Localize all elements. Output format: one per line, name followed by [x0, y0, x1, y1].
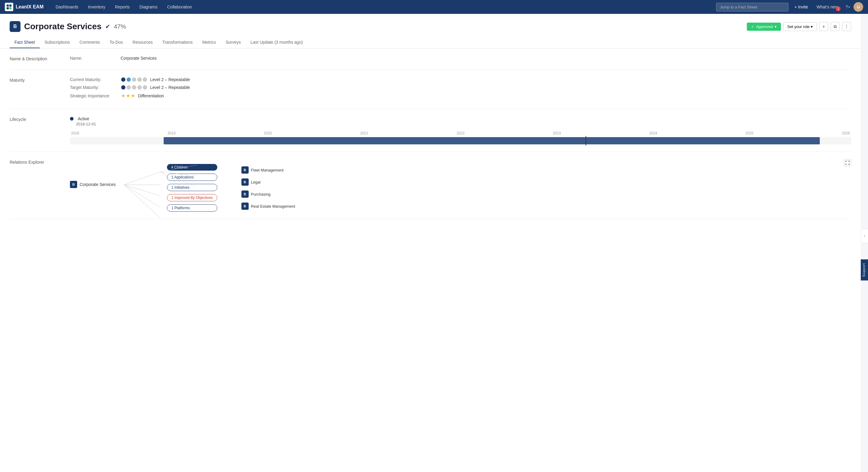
tab-last-update[interactable]: Last Update (3 months ago) [246, 37, 308, 48]
applications-pill[interactable]: 1 Applications [167, 174, 217, 181]
search-input[interactable] [716, 3, 788, 11]
tab-subscriptions[interactable]: Subscriptions [40, 37, 75, 48]
whats-new-button[interactable]: What's new 1 [813, 4, 842, 9]
verified-icon: ✔ [105, 23, 110, 30]
legal-label[interactable]: Legal [251, 180, 261, 185]
real-estate-type-icon: B [241, 202, 249, 210]
tdot-2 [127, 85, 131, 90]
nav-inventory[interactable]: Inventory [83, 0, 110, 14]
nav-reports[interactable]: Reports [110, 0, 135, 14]
dot-2 [127, 77, 131, 82]
name-value: Corporate Services [121, 56, 157, 61]
svg-line-10 [124, 185, 160, 196]
section-label-name: Name & Description [10, 56, 70, 62]
lifecycle-dot-icon [70, 117, 73, 121]
platforms-pill[interactable]: 1 Platforms [167, 204, 217, 212]
app-logo[interactable]: LeanIX EAM [5, 3, 43, 11]
chevron-left-icon: ‹ [864, 234, 865, 238]
improved-by-objectives-pill[interactable]: 1 Improved By Objectives [167, 194, 217, 201]
year-2021: 2021 [360, 131, 368, 135]
svg-line-12 [124, 185, 160, 218]
fact-sheet-actions: ✓ Approved ▾ Set your role ▾ + ⧉ ⋮ [747, 22, 851, 31]
source-label: Corporate Services [80, 182, 116, 187]
strategic-value: Differentiation [138, 93, 164, 98]
lifecycle-status-row: Active [70, 116, 851, 121]
target-maturity-row: Target Maturity: Level 2 – Repeatable [70, 85, 851, 90]
year-2020: 2020 [264, 131, 272, 135]
nav-dashboards[interactable]: Dashboards [51, 0, 83, 14]
fleet-label[interactable]: Fleet Management [251, 168, 284, 172]
nav-diagrams[interactable]: Diagrams [135, 0, 162, 14]
year-2023: 2023 [553, 131, 561, 135]
nav-right-section: + Invite What's new 1 ? ▾ U [791, 2, 863, 12]
user-avatar[interactable]: U [854, 2, 863, 12]
target-maturity-label: Target Maturity: [70, 85, 118, 90]
fact-sheet-header: B Corporate Services ✔ 47% ✓ Approved ▾ … [0, 14, 861, 49]
svg-rect-3 [9, 7, 11, 9]
source-node: B Corporate Services [70, 181, 116, 188]
timeline-year-labels: 2018 2019 2020 2021 2022 2023 2024 2025 … [70, 131, 851, 135]
fact-sheet-type-icon: B [10, 21, 21, 32]
maturity-section: Maturity Current Maturity: Level 2 – Rep… [10, 70, 851, 109]
star-2: ★ [126, 93, 130, 99]
tab-comments[interactable]: Comments [75, 37, 105, 48]
copy-button[interactable]: ⧉ [831, 22, 840, 31]
support-tab[interactable]: Support [861, 259, 868, 281]
target-maturity-dots [121, 85, 147, 90]
status-button[interactable]: ✓ Approved ▾ [747, 23, 781, 31]
dropdown-arrow-icon: ▾ [775, 24, 777, 29]
name-label: Name: [70, 56, 118, 61]
invite-button[interactable]: + Invite [791, 4, 812, 9]
initiatives-pill[interactable]: 1 Initiatives [167, 184, 217, 191]
purchasing-label[interactable]: Purchasing [251, 192, 271, 196]
fleet-type-icon: B [241, 166, 249, 174]
relations-section: Relations Explorer B Corporate Services [10, 152, 851, 219]
importance-stars: ★ ★ ★ [121, 93, 135, 99]
right-item-fleet: B Fleet Management [241, 166, 296, 174]
year-2024: 2024 [649, 131, 657, 135]
tdot-4 [137, 85, 142, 90]
check-icon: ✓ [751, 24, 754, 29]
tab-resources[interactable]: Resources [128, 37, 158, 48]
dot-5 [143, 77, 147, 82]
tab-fact-sheet[interactable]: Fact Sheet [10, 37, 40, 48]
svg-rect-2 [7, 7, 9, 9]
sidebar-toggle-button[interactable]: ‹ [861, 229, 868, 243]
help-button[interactable]: ? ▾ [843, 4, 852, 9]
section-content-name: Name: Corporate Services [70, 56, 851, 62]
nav-collaboration[interactable]: Collaboration [162, 0, 197, 14]
lifecycle-date: 2018-12-01 [76, 122, 851, 126]
add-button[interactable]: + [819, 22, 828, 31]
more-options-button[interactable]: ⋮ [842, 22, 851, 31]
year-2018: 2018 [71, 131, 79, 135]
source-type-icon: B [70, 181, 77, 188]
year-2025: 2025 [746, 131, 754, 135]
right-item-legal: B Legal [241, 179, 296, 186]
tab-transformations[interactable]: Transformations [158, 37, 198, 48]
year-2022: 2022 [457, 131, 465, 135]
children-pill[interactable]: 4 Children [167, 164, 217, 170]
tab-surveys[interactable]: Surveys [221, 37, 246, 48]
chevron-down-icon: ▾ [811, 24, 813, 29]
lifecycle-timeline: 2018 2019 2020 2021 2022 2023 2024 2025 … [70, 131, 851, 145]
legal-type-icon: B [241, 179, 249, 186]
year-2019: 2019 [167, 131, 176, 135]
set-role-button[interactable]: Set your role ▾ [783, 22, 817, 31]
section-label-maturity: Maturity [10, 77, 70, 101]
expand-relations-button[interactable] [844, 159, 851, 166]
tdot-5 [143, 85, 147, 90]
star-3: ★ [131, 93, 135, 99]
strategic-importance-row: Strategic Importance: ★ ★ ★ Differentiat… [70, 93, 851, 99]
help-icon: ? [845, 4, 848, 9]
nav-menu: Dashboards Inventory Reports Diagrams Co… [51, 0, 716, 14]
section-label-relations: Relations Explorer [10, 159, 70, 212]
logo-icon [5, 3, 13, 11]
section-content-relations: B Corporate Services [70, 159, 851, 212]
current-maturity-row: Current Maturity: Level 2 – Repeatable [70, 77, 851, 82]
tab-metrics[interactable]: Metrics [197, 37, 221, 48]
current-maturity-dots [121, 77, 147, 82]
app-name: LeanIX EAM [16, 4, 43, 10]
real-estate-label[interactable]: Real Estate Management [251, 204, 296, 209]
timeline-bar [164, 137, 820, 145]
tab-todos[interactable]: To-Dos [104, 37, 127, 48]
